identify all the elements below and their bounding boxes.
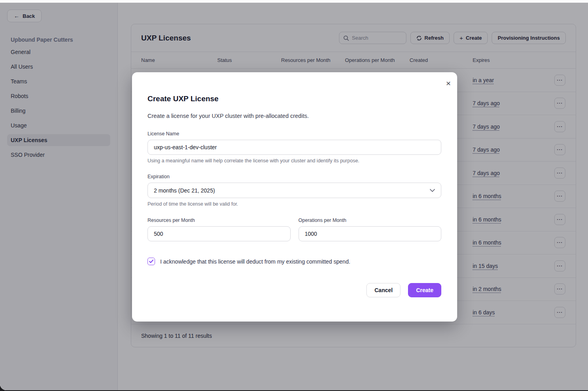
operations-per-month-input[interactable] <box>299 226 442 241</box>
window-top-strip <box>0 0 588 3</box>
close-icon[interactable]: × <box>443 78 454 89</box>
modal-actions: Cancel Create <box>147 283 441 297</box>
expiration-label: Expiration <box>147 174 441 179</box>
license-name-label: License Name <box>147 131 441 137</box>
modal-description: Create a license for your UXP cluster wi… <box>147 113 441 119</box>
license-name-input[interactable] <box>147 140 441 155</box>
license-name-field: License Name Using a meaningful name wil… <box>147 131 441 164</box>
check-icon <box>149 260 153 263</box>
acknowledge-label[interactable]: I acknowledge that this license will ded… <box>160 258 350 265</box>
app-window: ← Back Upbound Paper Cutters General All… <box>0 0 588 390</box>
resources-per-month-label: Resources per Month <box>147 218 291 223</box>
chevron-down-icon <box>430 189 435 192</box>
modal-create-button[interactable]: Create <box>408 283 441 297</box>
resources-per-month-input[interactable] <box>147 226 291 241</box>
acknowledgement-row: I acknowledge that this license will ded… <box>147 258 441 265</box>
cancel-button[interactable]: Cancel <box>366 283 400 297</box>
expiration-help: Period of time the license will be valid… <box>147 201 441 207</box>
expiration-selected-value: 2 months (Dec 21, 2025) <box>154 187 215 194</box>
expiration-field: Expiration 2 months (Dec 21, 2025) Perio… <box>147 174 441 207</box>
operations-per-month-field: Operations per Month <box>299 218 442 241</box>
expiration-select[interactable]: 2 months (Dec 21, 2025) <box>147 183 441 198</box>
modal-title: Create UXP License <box>147 94 441 103</box>
operations-per-month-label: Operations per Month <box>299 218 442 223</box>
create-uxp-license-modal: Create UXP License Create a license for … <box>132 72 457 322</box>
resources-per-month-field: Resources per Month <box>147 218 291 241</box>
license-name-help: Using a meaningful name will help correl… <box>147 158 441 164</box>
acknowledge-checkbox[interactable] <box>147 258 155 265</box>
